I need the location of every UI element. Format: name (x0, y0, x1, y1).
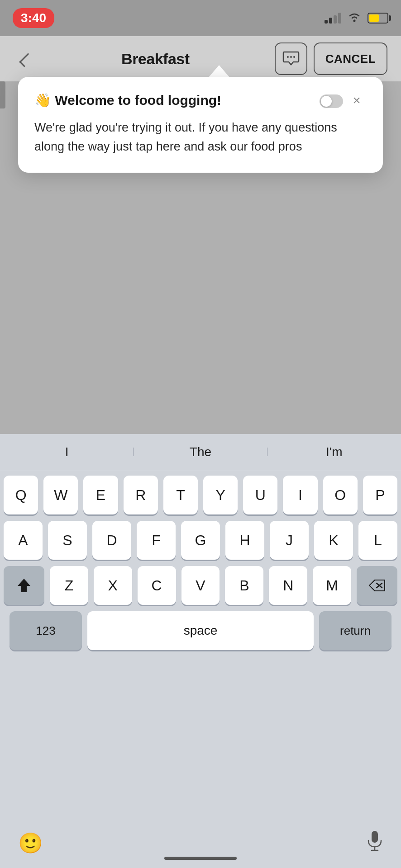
bottom-bar: 🙂 (0, 818, 401, 868)
status-icons (325, 11, 388, 25)
autocomplete-bar: I The I'm (0, 434, 401, 470)
key-m[interactable]: M (313, 566, 351, 605)
key-x[interactable]: X (94, 566, 132, 605)
space-button[interactable]: space (87, 611, 314, 650)
svg-marker-4 (18, 579, 30, 592)
chat-icon (282, 51, 300, 66)
status-time: 3:40 (13, 8, 54, 28)
numbers-button[interactable]: 123 (10, 611, 82, 650)
tooltip-arrow (208, 65, 230, 78)
status-bar: 3:40 (0, 0, 401, 36)
key-n[interactable]: N (269, 566, 307, 605)
return-button[interactable]: return (319, 611, 391, 650)
key-row-2: A S D F G H J K L (4, 521, 397, 560)
key-q[interactable]: Q (4, 476, 38, 514)
key-t[interactable]: T (163, 476, 198, 514)
svg-point-2 (290, 56, 292, 58)
key-f[interactable]: F (137, 521, 176, 560)
home-indicator (164, 857, 237, 860)
tooltip-header: 👋 Welcome to food logging! × (34, 92, 367, 110)
key-c[interactable]: C (138, 566, 176, 605)
key-k[interactable]: K (314, 521, 353, 560)
page-title: Breakfast (121, 50, 189, 68)
tooltip-container: 👋 Welcome to food logging! × We're glad … (18, 77, 383, 173)
toggle-knob (321, 96, 332, 107)
key-b[interactable]: B (225, 566, 263, 605)
key-row-3: Z X C V B N M (4, 566, 397, 605)
backspace-button[interactable] (357, 566, 397, 605)
svg-point-0 (353, 20, 356, 22)
tooltip-title-text: Welcome to food logging! (55, 93, 221, 108)
svg-point-1 (287, 56, 289, 58)
svg-rect-5 (372, 831, 378, 843)
emoji-button[interactable]: 🙂 (18, 831, 43, 855)
mic-button[interactable] (367, 830, 383, 856)
key-l[interactable]: L (358, 521, 397, 560)
signal-icon (325, 13, 341, 24)
key-o[interactable]: O (323, 476, 358, 514)
tooltip-box: 👋 Welcome to food logging! × We're glad … (18, 77, 383, 173)
key-r[interactable]: R (124, 476, 158, 514)
autocomplete-item-1[interactable]: I (0, 445, 134, 459)
tooltip-title: 👋 Welcome to food logging! (34, 92, 315, 108)
svg-point-3 (293, 56, 295, 58)
wifi-icon (348, 11, 361, 25)
back-button[interactable] (14, 47, 36, 70)
chat-button[interactable] (275, 42, 307, 75)
autocomplete-item-3[interactable]: I'm (267, 445, 401, 459)
key-a[interactable]: A (4, 521, 43, 560)
key-y[interactable]: Y (203, 476, 238, 514)
back-chevron-icon (19, 53, 33, 67)
battery-icon (368, 13, 388, 24)
key-h[interactable]: H (225, 521, 264, 560)
keyboard-keys: Q W E R T Y U I O P A S D F G H J K L (0, 470, 401, 650)
input-cursor (0, 81, 5, 108)
key-u[interactable]: U (243, 476, 277, 514)
key-row-4: 123 space return (4, 611, 397, 650)
shift-icon (17, 578, 31, 593)
autocomplete-item-2[interactable]: The (134, 445, 267, 459)
key-g[interactable]: G (181, 521, 220, 560)
shift-button[interactable] (4, 566, 44, 605)
key-s[interactable]: S (48, 521, 87, 560)
backspace-icon (368, 579, 386, 592)
key-row-1: Q W E R T Y U I O P (4, 476, 397, 514)
key-e[interactable]: E (83, 476, 118, 514)
key-i[interactable]: I (283, 476, 317, 514)
key-z[interactable]: Z (50, 566, 88, 605)
nav-right-actions: CANCEL (275, 42, 387, 75)
key-w[interactable]: W (43, 476, 78, 514)
keyboard-area: I The I'm Q W E R T Y U I O P A S D F G … (0, 434, 401, 868)
toggle-switch[interactable] (320, 94, 343, 108)
key-d[interactable]: D (92, 521, 131, 560)
close-button[interactable]: × (347, 90, 367, 110)
key-v[interactable]: V (181, 566, 220, 605)
tooltip-body: We're glad you're trying it out. If you … (34, 118, 367, 156)
key-p[interactable]: P (363, 476, 397, 514)
key-j[interactable]: J (270, 521, 309, 560)
nav-bar: Breakfast CANCEL (0, 36, 401, 81)
tooltip-emoji: 👋 (34, 93, 51, 108)
cancel-button[interactable]: CANCEL (314, 42, 387, 75)
